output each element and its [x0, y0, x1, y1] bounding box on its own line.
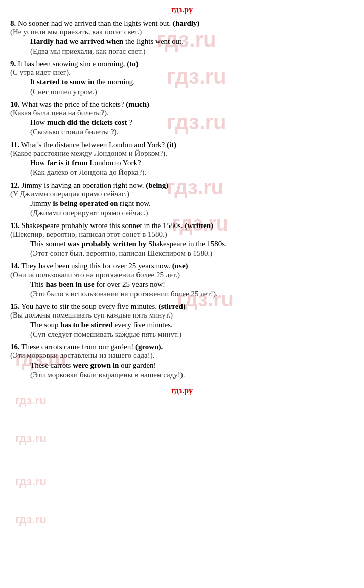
entry-12-main: 12. Jimmy is having an operation right n…	[10, 181, 354, 190]
entry-9-answer: It started to snow in the morning.	[30, 78, 354, 86]
entry-13-answer-translation: (Этот сонет был, вероятно, написан Шексп…	[30, 249, 354, 258]
entry-11-main: 11. What's the distance between London a…	[10, 141, 354, 149]
entry-10-answer: How much did the tickets cost ?	[30, 118, 354, 127]
entry-11-answer-translation: (Как далеко от Лондона до Йорка?).	[30, 168, 354, 177]
entry-16-main: 16. These carrots came from our garden! …	[10, 343, 354, 351]
entry-16-answer-translation: (Эти морковки были выращены в нашем саду…	[30, 371, 354, 379]
entry-13-translation: (Шекспир, вероятно, написал этот сонет в…	[10, 230, 354, 239]
entry-16-answer: These carrots were grown in our garden!	[30, 361, 354, 370]
site-footer: гдз.ру	[10, 386, 354, 395]
entry-16-text: These carrots came from our garden! (gro…	[21, 343, 163, 351]
entry-9-translation: (С утра идет снег).	[10, 68, 354, 77]
entry-16-translation: (Эти морковки доставлены из нашего сада!…	[10, 351, 354, 360]
entry-9-main: 9. It has been snowing since morning, (t…	[10, 60, 354, 68]
entry-15-answer: The soup has to be stirred every five mi…	[30, 321, 354, 329]
entry-11-text: What's the distance between London and Y…	[21, 141, 176, 149]
entry-13-number: 13.	[10, 221, 20, 230]
entry-14-number: 14.	[10, 262, 20, 270]
entry-14-text: They have been using this for over 25 ye…	[21, 262, 188, 270]
entry-9: 9. It has been snowing since morning, (t…	[10, 60, 354, 96]
entry-10-translation: (Какая была цена на билеты?).	[10, 109, 354, 117]
entry-8-main: 8. No sooner had we arrived than the lig…	[10, 19, 354, 28]
entry-11-number: 11.	[10, 141, 19, 149]
site-header: гдз.ру	[10, 5, 354, 14]
entry-12-translation: (У Джимми операция прямо сейчас.)	[10, 190, 354, 198]
entry-15-main: 15. You have to stir the soup every five…	[10, 302, 354, 311]
entry-14-answer: This has been in use for over 25 years n…	[30, 280, 354, 289]
entry-9-text: It has been snowing since morning, (to)	[18, 60, 139, 68]
entry-13-text: Shakespeare probably wrote this sonnet i…	[22, 221, 214, 230]
entry-10: 10. What was the price of the tickets? (…	[10, 100, 354, 137]
entry-9-answer-translation: (Снег пошел утром.)	[30, 87, 354, 96]
entry-11: 11. What's the distance between London a…	[10, 141, 354, 177]
entry-8-number: 8.	[10, 19, 16, 27]
entry-13-answer: This sonnet was probably written by Shak…	[30, 240, 354, 248]
entry-12-number: 12.	[10, 181, 20, 189]
entry-15-text: You have to stir the soup every five min…	[21, 302, 186, 310]
entry-12-text: Jimmy is having an operation right now. …	[22, 181, 169, 189]
entry-10-main: 10. What was the price of the tickets? (…	[10, 100, 354, 109]
watermark-10: гдз.ru	[15, 475, 47, 488]
entry-8-answer: Hardly had we arrived when the lights we…	[30, 37, 354, 46]
entry-16-number: 16.	[10, 343, 20, 351]
entry-15-answer-translation: (Суп следует помешивать каждые пять мину…	[30, 330, 354, 339]
watermark-11: гдз.ru	[15, 513, 47, 526]
entry-13-main: 13. Shakespeare probably wrote this sonn…	[10, 221, 354, 230]
entry-15-number: 15.	[10, 302, 20, 310]
entry-16: 16. These carrots came from our garden! …	[10, 343, 354, 379]
entry-12: 12. Jimmy is having an operation right n…	[10, 181, 354, 217]
entry-14: 14. They have been using this for over 2…	[10, 262, 354, 298]
entry-15-translation: (Вы должны помешивать суп каждые пять ми…	[10, 311, 354, 320]
entry-15: 15. You have to stir the soup every five…	[10, 302, 354, 339]
entry-9-number: 9.	[10, 60, 16, 68]
entry-8-answer-translation: (Едва мы приехали, как погас свет.)	[30, 47, 354, 56]
entry-13: 13. Shakespeare probably wrote this sonn…	[10, 221, 354, 258]
entry-14-answer-translation: (Это было в использовании на протяжении …	[30, 290, 354, 298]
watermark-8: гдз.ru	[15, 394, 47, 408]
entry-12-answer-translation: (Джимми оперируют прямо сейчас.)	[30, 209, 354, 217]
entry-14-translation: (Они использовали это на протяжении боле…	[10, 270, 354, 279]
entry-10-text: What was the price of the tickets? (much…	[21, 100, 149, 108]
entry-12-answer: Jimmy is being operated on right now.	[30, 199, 354, 208]
entry-11-translation: (Какое расстояние между Лондоном и Йорко…	[10, 149, 354, 158]
entry-10-answer-translation: (Сколько стоили билеты ?).	[30, 128, 354, 137]
entry-8-text: No sooner had we arrived than the lights…	[18, 19, 200, 27]
watermark-9: гдз.ru	[15, 432, 47, 445]
entry-14-main: 14. They have been using this for over 2…	[10, 262, 354, 270]
entry-8-translation: (Не успели мы приехать, как погас свет.)	[10, 28, 354, 36]
entry-10-number: 10.	[10, 100, 20, 108]
entry-11-answer: How far is it from London to York?	[30, 159, 354, 167]
entry-8: 8. No sooner had we arrived than the lig…	[10, 19, 354, 56]
